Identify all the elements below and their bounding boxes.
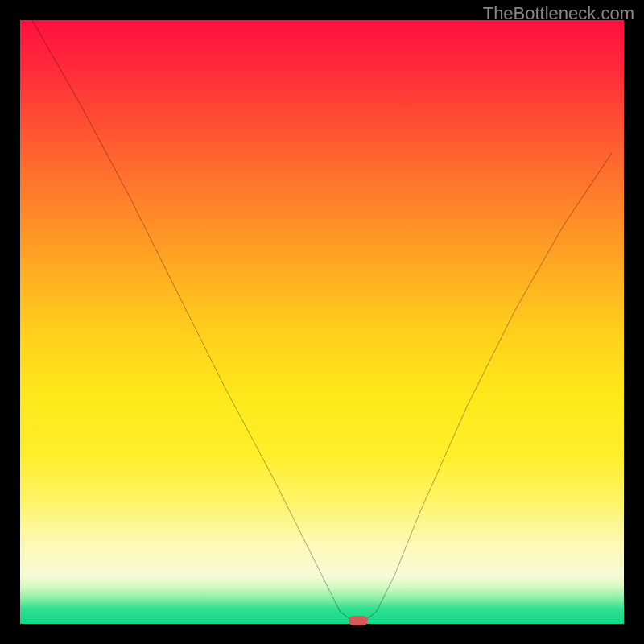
bottleneck-curve-svg	[20, 20, 624, 624]
bottleneck-curve-path	[32, 20, 612, 621]
watermark-text: TheBottleneck.com	[483, 3, 634, 24]
chart-plot-area	[20, 20, 624, 624]
optimum-marker	[349, 616, 368, 625]
